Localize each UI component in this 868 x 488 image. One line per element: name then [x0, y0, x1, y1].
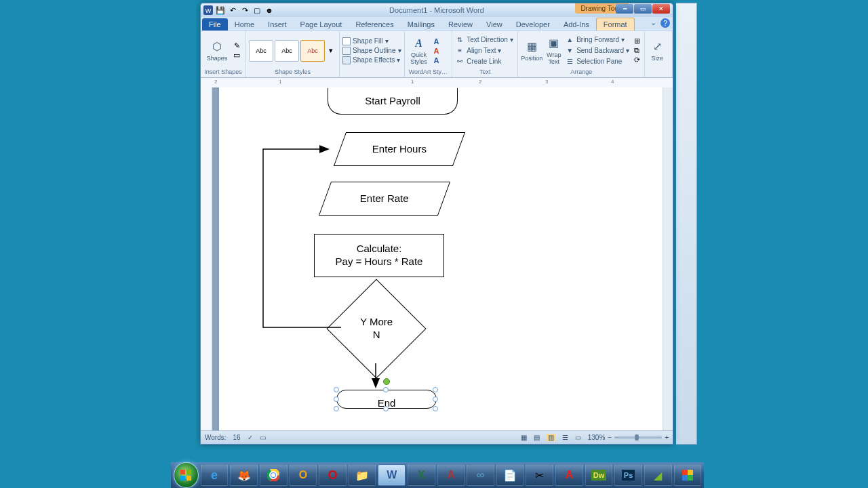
style-swatch-1[interactable]: Abc [249, 40, 273, 62]
words-count[interactable]: 16 [233, 434, 241, 441]
style-gallery-more-icon[interactable]: ▾ [326, 46, 336, 56]
text-effects-icon[interactable]: A [432, 56, 441, 65]
text-direction-icon: ⇅ [455, 35, 465, 45]
align-objects-icon[interactable]: ⊞ [632, 37, 642, 46]
rotate-icon[interactable]: ⟳ [632, 56, 642, 65]
tab-references[interactable]: References [349, 18, 400, 30]
rotation-handle[interactable] [383, 378, 390, 385]
view-web-layout-icon[interactable]: ▥ [547, 434, 555, 441]
tab-view[interactable]: View [479, 18, 509, 30]
zoom-in-button[interactable]: + [665, 434, 669, 441]
text-direction-button[interactable]: ⇅Text Direction ▾ [455, 35, 513, 45]
zoom-slider-thumb[interactable] [635, 434, 639, 441]
view-draft-icon[interactable]: ▭ [575, 434, 581, 441]
pdf-icon: A [566, 469, 574, 481]
zoom-out-button[interactable]: − [608, 434, 612, 441]
taskbar-firefox[interactable]: 🦊 [230, 464, 258, 486]
qat-save-icon[interactable]: 💾 [216, 5, 225, 15]
shape-effects-button[interactable]: Shape Effects ▾ [342, 56, 401, 65]
group-label-insert-shapes: Insert Shapes [203, 68, 243, 76]
taskbar-excel[interactable]: X [408, 464, 435, 486]
shape-fill-button[interactable]: Shape Fill ▾ [342, 37, 401, 46]
style-swatch-2[interactable]: Abc [275, 40, 299, 62]
view-fullscreen-icon[interactable]: ▤ [534, 434, 540, 441]
qat-redo-icon[interactable]: ↷ [240, 5, 250, 15]
style-swatch-3[interactable]: Abc [300, 40, 325, 62]
start-button[interactable] [174, 462, 199, 488]
edit-shape-icon[interactable]: ✎ [232, 41, 241, 51]
close-button[interactable]: ✕ [652, 4, 670, 14]
qat-emoji-icon[interactable]: ☻ [264, 5, 274, 15]
resize-handle-e[interactable] [433, 396, 438, 402]
shape-parallelogram-rate[interactable]: Enter Rate [319, 182, 450, 216]
taskbar-explorer[interactable]: 📁 [349, 464, 376, 486]
resize-handle-sw[interactable] [334, 406, 339, 411]
text-box-icon[interactable]: ▭ [232, 51, 241, 60]
resize-handle-s[interactable] [383, 406, 389, 411]
taskbar-snip[interactable]: ✂ [526, 464, 553, 486]
macro-icon[interactable]: ▭ [260, 434, 266, 441]
vertical-ruler[interactable] [201, 87, 212, 431]
view-outline-icon[interactable]: ☰ [562, 434, 568, 441]
taskbar-outlook[interactable]: O [290, 464, 317, 486]
tab-insert[interactable]: Insert [261, 18, 294, 30]
text-outline-icon[interactable]: A [432, 46, 441, 56]
shapes-button[interactable]: ⬡ Shapes [203, 33, 231, 68]
tab-format[interactable]: Format [596, 18, 635, 30]
view-print-layout-icon[interactable]: ▦ [521, 434, 527, 441]
create-link-button[interactable]: ⚯Create Link [455, 56, 513, 67]
resize-handle-se[interactable] [433, 406, 438, 411]
taskbar-app1[interactable]: ∞ [467, 464, 494, 486]
taskbar-dreamweaver[interactable]: Dw [585, 464, 613, 486]
tab-page-layout[interactable]: Page Layout [294, 18, 349, 30]
help-icon[interactable]: ? [660, 18, 670, 28]
quick-styles-button[interactable]: A Quick Styles [408, 33, 431, 68]
tab-home[interactable]: Home [228, 18, 261, 30]
taskbar-app3[interactable] [674, 464, 702, 486]
size-button[interactable]: ⤢Size [648, 33, 667, 68]
qat-undo-icon[interactable]: ↶ [228, 5, 237, 15]
minimize-button[interactable]: ━ [616, 4, 633, 14]
taskbar-word[interactable]: W [378, 464, 406, 486]
send-backward-button[interactable]: ▼Send Backward ▾ [565, 45, 629, 56]
taskbar-opera[interactable]: O [319, 464, 347, 486]
spellcheck-icon[interactable]: ✓ [248, 434, 253, 441]
tab-developer[interactable]: Developer [509, 18, 557, 30]
tab-addins[interactable]: Add-Ins [557, 18, 596, 30]
vertical-scrollbar[interactable] [663, 87, 673, 431]
shape-decision-more[interactable]: Y More N [326, 279, 426, 378]
resize-handle-ne[interactable] [433, 387, 438, 392]
shape-terminator-start[interactable]: Start Payroll [328, 88, 458, 115]
size-label: Size [651, 56, 663, 62]
taskbar-app2[interactable]: ◢ [644, 464, 672, 486]
selected-shape-frame[interactable]: End [336, 390, 438, 410]
taskbar-photoshop[interactable]: Ps [614, 464, 642, 486]
shape-process-calculate[interactable]: Calculate: Pay = Hours * Rate [314, 234, 444, 277]
qat-new-icon[interactable]: ▢ [252, 5, 262, 15]
resize-handle-nw[interactable] [334, 387, 339, 392]
ribbon-minimize-icon[interactable]: ⌄ [650, 18, 656, 28]
tab-file[interactable]: File [202, 18, 228, 30]
taskbar-access[interactable]: A [437, 464, 465, 486]
taskbar-acrobat[interactable]: A [555, 464, 583, 486]
position-button[interactable]: ▦Position [521, 33, 542, 68]
zoom-value[interactable]: 130% [588, 434, 606, 441]
resize-handle-w[interactable] [334, 396, 339, 402]
wrap-text-button[interactable]: ▣Wrap Text [544, 33, 564, 68]
text-fill-icon[interactable]: A [432, 37, 441, 46]
tab-review[interactable]: Review [441, 18, 479, 30]
page-area[interactable]: Start Payroll Enter Hours Enter Rate Cal… [212, 87, 663, 431]
zoom-slider[interactable] [614, 436, 662, 439]
selection-pane-button[interactable]: ☰Selection Pane [565, 56, 629, 67]
taskbar-chrome[interactable] [260, 464, 288, 486]
taskbar-notepad[interactable]: 📄 [496, 464, 524, 486]
bring-forward-button[interactable]: ▲Bring Forward ▾ [565, 35, 629, 45]
taskbar-ie[interactable]: e [201, 464, 229, 486]
resize-handle-n[interactable] [383, 387, 389, 392]
tab-mailings[interactable]: Mailings [401, 18, 441, 30]
align-text-button[interactable]: ≡Align Text ▾ [455, 45, 513, 56]
maximize-button[interactable]: ▭ [634, 4, 652, 14]
group-objects-icon[interactable]: ⧉ [632, 46, 642, 56]
shape-outline-button[interactable]: Shape Outline ▾ [342, 46, 401, 56]
shape-parallelogram-hours[interactable]: Enter Hours [334, 132, 465, 166]
